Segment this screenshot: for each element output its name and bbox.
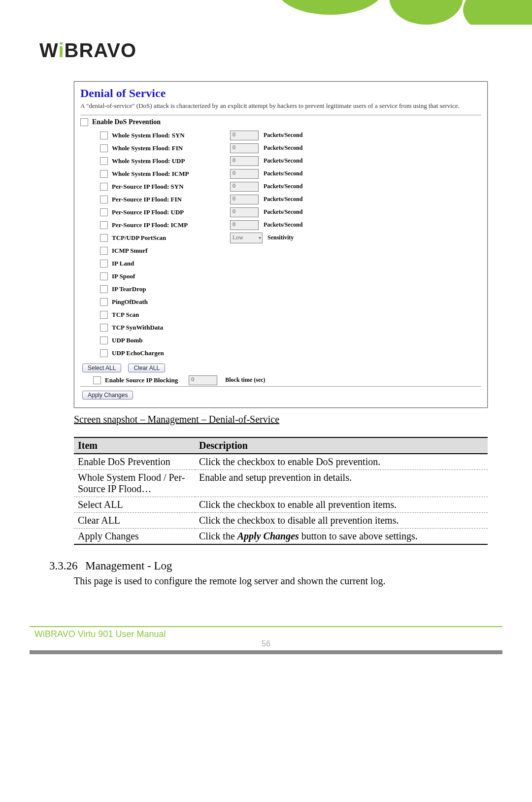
panel-description: A "denial-of-service" (DoS) attack is ch… xyxy=(80,102,481,110)
table-header-description: Description xyxy=(195,437,488,454)
option-value-input[interactable]: 0 xyxy=(230,169,259,179)
option-label: UDP EchoChargen xyxy=(112,349,230,357)
description-cell: Click the Apply Changes button to save a… xyxy=(195,528,488,544)
option-unit: Packets/Second xyxy=(264,132,302,139)
select-all-button[interactable]: Select ALL xyxy=(82,364,121,372)
option-row: Whole System Flood: FIN0Packets/Second xyxy=(100,142,481,155)
option-checkbox[interactable] xyxy=(100,183,108,191)
header-decoration xyxy=(0,0,532,25)
table-header-item: Item xyxy=(74,437,195,454)
description-cell: Enable and setup prevention in details. xyxy=(195,469,488,497)
option-value-input[interactable]: 0 xyxy=(230,220,259,230)
block-time-unit: Block time (sec) xyxy=(225,376,265,384)
description-cell: Click the checkbox to disable all preven… xyxy=(195,512,488,528)
option-row: ICMP Smurf xyxy=(100,244,481,257)
option-label: TCP Scan xyxy=(112,311,230,319)
description-cell: Click the checkbox to enable all prevent… xyxy=(195,497,488,512)
option-row: IP Land xyxy=(100,257,481,270)
option-row: Whole System Flood: SYN0Packets/Second xyxy=(100,129,481,142)
panel-title: Denial of Service xyxy=(80,87,481,100)
item-cell: Whole System Flood / Per-Source IP Flood… xyxy=(74,469,195,497)
option-label: PingOfDeath xyxy=(112,298,230,306)
option-checkbox[interactable] xyxy=(100,260,108,267)
brand-logo: WiBRAVO xyxy=(39,39,532,62)
clear-all-button[interactable]: Clear ALL xyxy=(128,364,165,372)
description-table: Item Description Enable DoS PreventionCl… xyxy=(74,437,488,545)
screenshot-panel: Denial of Service A "denial-of-service" … xyxy=(74,81,488,408)
option-checkbox[interactable] xyxy=(100,324,108,332)
option-row: Per-Source IP Flood: SYN0Packets/Second xyxy=(100,180,481,193)
screenshot-caption: Screen snapshot – Management – Denial-of… xyxy=(74,414,488,425)
option-checkbox[interactable] xyxy=(100,349,108,357)
option-unit: Packets/Second xyxy=(264,196,302,203)
footer-text: WiBRAVO Virtu 901 User Manual xyxy=(34,629,502,639)
option-checkbox[interactable] xyxy=(100,221,108,229)
option-label: Per-Source IP Flood: UDP xyxy=(112,208,230,216)
apply-changes-button[interactable]: Apply Changes xyxy=(82,391,133,400)
option-unit: Packets/Second xyxy=(264,221,302,229)
option-row: TCP/UDP PortScanLowSensitivity xyxy=(100,232,481,244)
option-row: TCP Scan xyxy=(100,308,481,321)
option-row: Per-Source IP Flood: FIN0Packets/Second xyxy=(100,193,481,206)
option-checkbox[interactable] xyxy=(100,170,108,178)
option-label: IP Land xyxy=(112,260,230,267)
option-row: Whole System Flood: UDP0Packets/Second xyxy=(100,155,481,167)
option-checkbox[interactable] xyxy=(100,132,108,139)
option-checkbox[interactable] xyxy=(100,285,108,293)
divider xyxy=(80,115,481,115)
option-checkbox[interactable] xyxy=(100,234,108,242)
item-cell: Enable DoS Prevention xyxy=(74,454,195,470)
option-label: UDP Bomb xyxy=(112,336,230,344)
option-checkbox[interactable] xyxy=(100,298,108,306)
source-ip-blocking-checkbox[interactable] xyxy=(93,376,101,384)
page-number: 56 xyxy=(30,639,502,648)
option-row: UDP Bomb xyxy=(100,334,481,347)
option-row: Per-Source IP Flood: ICMP0Packets/Second xyxy=(100,219,481,232)
option-checkbox[interactable] xyxy=(100,208,108,216)
page-footer: WiBRAVO Virtu 901 User Manual 56 xyxy=(0,626,532,664)
block-time-input[interactable]: 0 xyxy=(189,375,217,385)
divider xyxy=(80,386,481,387)
option-label: Per-Source IP Flood: FIN xyxy=(112,196,230,203)
section-title: Management - Log xyxy=(85,560,172,572)
option-value-input[interactable]: 0 xyxy=(230,207,259,217)
table-row: Whole System Flood / Per-Source IP Flood… xyxy=(74,469,488,497)
option-value-input[interactable]: 0 xyxy=(230,156,259,166)
option-checkbox[interactable] xyxy=(100,157,108,165)
option-checkbox[interactable] xyxy=(100,336,108,344)
option-row: TCP SynWithData xyxy=(100,321,481,334)
option-checkbox[interactable] xyxy=(100,272,108,280)
option-checkbox[interactable] xyxy=(100,311,108,319)
option-label: TCP/UDP PortScan xyxy=(112,234,230,242)
source-ip-blocking-label: Enable Source IP Blocking xyxy=(105,376,178,384)
option-checkbox[interactable] xyxy=(100,196,108,203)
option-row: IP Spoof xyxy=(100,270,481,283)
option-unit: Packets/Second xyxy=(264,144,302,152)
option-label: Whole System Flood: SYN xyxy=(112,132,230,139)
option-value-input[interactable]: 0 xyxy=(230,182,259,192)
section-body: This page is used to configure the remot… xyxy=(74,575,488,587)
option-checkbox[interactable] xyxy=(100,144,108,152)
option-label: Whole System Flood: UDP xyxy=(112,157,230,165)
option-row: PingOfDeath xyxy=(100,296,481,308)
section-number: 3.3.26 xyxy=(49,560,78,572)
table-row: Enable DoS PreventionClick the checkbox … xyxy=(74,454,488,470)
option-row: Whole System Flood: ICMP0Packets/Second xyxy=(100,167,481,180)
table-row: Clear ALLClick the checkbox to disable a… xyxy=(74,512,488,528)
sensitivity-dropdown[interactable]: Low xyxy=(230,233,263,243)
option-checkbox[interactable] xyxy=(100,247,108,255)
option-unit: Packets/Second xyxy=(264,170,302,177)
option-label: ICMP Smurf xyxy=(112,247,230,255)
table-row: Apply ChangesClick the Apply Changes but… xyxy=(74,528,488,544)
option-label: Whole System Flood: FIN xyxy=(112,144,230,152)
option-value-input[interactable]: 0 xyxy=(230,143,259,153)
option-value-input[interactable]: 0 xyxy=(230,131,259,140)
option-unit: Packets/Second xyxy=(264,157,302,165)
enable-dos-checkbox[interactable] xyxy=(80,118,88,126)
option-label: IP TearDrop xyxy=(112,285,230,293)
option-value-input[interactable]: 0 xyxy=(230,195,259,204)
option-unit: Packets/Second xyxy=(264,183,302,190)
description-cell: Click the checkbox to enable DoS prevent… xyxy=(195,454,488,470)
option-unit: Sensitivity xyxy=(267,234,294,241)
option-row: Per-Source IP Flood: UDP0Packets/Second xyxy=(100,206,481,219)
